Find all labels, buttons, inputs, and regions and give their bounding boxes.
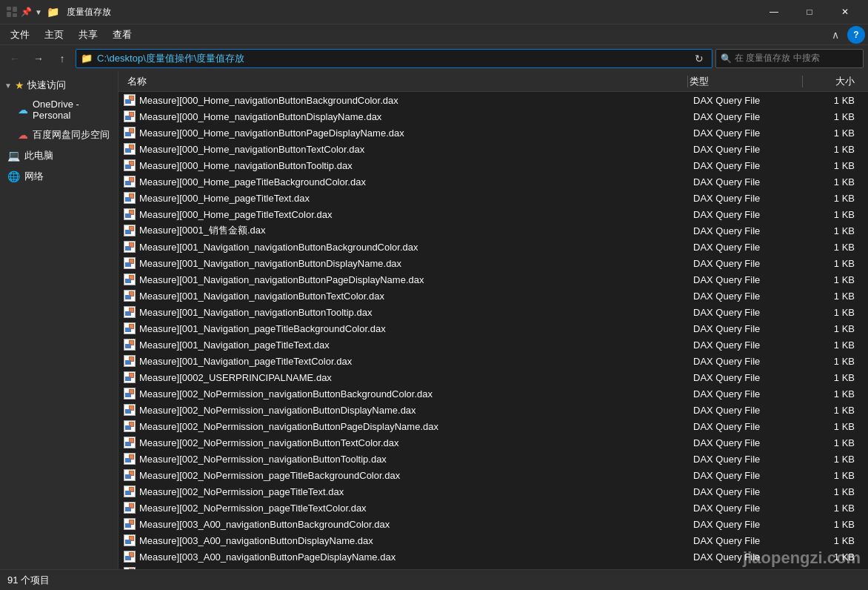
sidebar-item-label: 此电脑 [24,149,53,162]
dax-file-icon [123,208,136,220]
file-type: DAX Query File [693,176,804,188]
table-row[interactable]: Measure][002_NoPermission_navigationButt… [118,434,868,451]
table-row[interactable]: Measure][000_Home_navigationButtonToolti… [118,157,868,173]
column-divider-2 [802,76,803,87]
forward-button[interactable]: → [28,48,49,69]
dax-file-icon [123,534,136,546]
dax-file-icon [123,388,136,400]
table-row[interactable]: Measure][002_NoPermission_navigationButt… [118,402,868,418]
minimize-button[interactable]: — [757,0,791,24]
file-name: Measure][002_NoPermission_navigationButt… [139,421,693,432]
sidebar-item-thispc[interactable]: 💻 此电脑 [0,145,118,166]
table-row[interactable]: Measure][001_Navigation_pageTitleText.da… [118,337,868,353]
file-type: DAX Query File [693,258,804,269]
table-row[interactable]: Measure][001_Navigation_navigationButton… [118,288,868,304]
window-controls: — □ ✕ [757,0,862,24]
file-name: Measure][002_NoPermission_navigationButt… [139,437,693,448]
file-size: 1 KB [804,225,864,236]
file-size: 1 KB [804,274,864,285]
file-size: 1 KB [804,388,864,400]
table-row[interactable]: Measure][002_NoPermission_pageTitleTextC… [118,500,868,516]
table-row[interactable]: Measure][0001_销售金额.daxDAX Query File1 KB [118,222,868,239]
table-row[interactable]: Measure][002_NoPermission_pageTitleText.… [118,483,868,500]
sidebar-item-baidu[interactable]: ☁ 百度网盘同步空间 [0,125,118,145]
file-size: 1 KB [804,160,864,171]
dax-file-icon [123,159,136,171]
file-type: DAX Query File [693,486,804,497]
column-name[interactable]: 名称 [123,75,686,88]
table-row[interactable]: Measure][003_A00_navigationButtonTextCol… [118,565,868,569]
table-row[interactable]: Measure][003_A00_navigationButtonDisplay… [118,532,868,548]
dax-file-icon [123,241,136,253]
dax-file-icon [123,420,136,432]
table-row[interactable]: Measure][001_Navigation_navigationButton… [118,255,868,271]
file-size: 1 KB [804,372,864,383]
table-row[interactable]: Measure][000_Home_pageTitleBackgroundCol… [118,173,868,190]
file-size: 1 KB [804,454,864,465]
file-name: Measure][001_Navigation_navigationButton… [139,291,693,302]
dax-file-icon [123,437,136,448]
search-bar[interactable]: 🔍 在 度量值存放 中搜索 [715,49,864,68]
menu-home[interactable]: 主页 [37,25,71,44]
address-path: C:\desktop\度量值操作\度量值存放 [97,52,687,65]
file-name: Measure][001_Navigation_navigationButton… [139,274,693,285]
table-row[interactable]: Measure][0002_USERPRINCIPALNAME.daxDAX Q… [118,369,868,385]
dax-file-icon [123,192,136,204]
table-row[interactable]: Measure][001_Navigation_pageTitleTextCol… [118,353,868,369]
maximize-button[interactable]: □ [792,0,827,24]
file-list-area: 名称 类型 大小 Measure][000_Home_navigationBut… [118,71,868,569]
dax-file-icon [123,502,136,514]
cloud-icon: ☁ [18,104,28,116]
table-row[interactable]: Measure][000_Home_navigationButtonPageDi… [118,125,868,141]
sidebar-item-onedrive[interactable]: ☁ OneDrive - Personal [0,95,118,125]
address-bar[interactable]: 📁 C:\desktop\度量值操作\度量值存放 ↻ [76,49,712,68]
file-type: DAX Query File [693,437,804,448]
title-folder-icon: 📁 [47,6,59,18]
table-row[interactable]: Measure][002_NoPermission_pageTitleBackg… [118,467,868,483]
refresh-button[interactable]: ↻ [691,50,707,67]
file-type: DAX Query File [693,535,804,546]
file-size: 1 KB [804,503,864,514]
file-type: DAX Query File [693,144,804,155]
dax-file-icon [123,339,136,351]
close-button[interactable]: ✕ [828,0,862,24]
window-title: 度量值存放 [67,6,111,19]
file-name: Measure][002_NoPermission_navigationButt… [139,454,693,465]
column-size[interactable]: 大小 [804,75,864,88]
table-row[interactable]: Measure][002_NoPermission_navigationButt… [118,451,868,467]
sidebar-item-network[interactable]: 🌐 网络 [0,166,118,187]
file-name: Measure][001_Navigation_pageTitleBackgro… [139,323,693,334]
file-name: Measure][001_Navigation_pageTitleText.da… [139,339,693,351]
table-row[interactable]: Measure][003_A00_navigationButtonPageDis… [118,548,868,565]
file-size: 1 KB [804,307,864,318]
dax-file-icon [123,404,136,416]
file-size: 1 KB [804,535,864,546]
table-row[interactable]: Measure][001_Navigation_navigationButton… [118,239,868,255]
quick-access-toolbar-dropdown[interactable]: ▼ [35,8,42,16]
column-type[interactable]: 类型 [690,75,801,88]
table-row[interactable]: Measure][002_NoPermission_navigationButt… [118,418,868,434]
file-size: 1 KB [804,323,864,334]
table-row[interactable]: Measure][000_Home_pageTitleTextColor.dax… [118,206,868,222]
sidebar-item-quick-access[interactable]: ▼ ★ 快速访问 [0,76,118,95]
quick-access-toolbar-pin[interactable]: 📌 [21,7,32,17]
table-row[interactable]: Measure][000_Home_navigationButtonBackgr… [118,92,868,108]
menu-file[interactable]: 文件 [3,25,37,44]
up-button[interactable]: ↑ [52,48,73,69]
table-row[interactable]: Measure][001_Navigation_navigationButton… [118,304,868,320]
table-row[interactable]: Measure][001_Navigation_navigationButton… [118,271,868,288]
table-row[interactable]: Measure][003_A00_navigationButtonBackgro… [118,516,868,532]
table-row[interactable]: Measure][002_NoPermission_navigationButt… [118,385,868,402]
column-divider-1 [687,76,688,87]
table-row[interactable]: Measure][000_Home_navigationButtonTextCo… [118,141,868,157]
file-list: Measure][000_Home_navigationButtonBackgr… [118,92,868,569]
table-row[interactable]: Measure][001_Navigation_pageTitleBackgro… [118,320,868,337]
back-button[interactable]: ← [4,48,25,69]
table-row[interactable]: Measure][000_Home_pageTitleText.daxDAX Q… [118,190,868,206]
menu-share[interactable]: 共享 [71,25,105,44]
table-row[interactable]: Measure][000_Home_navigationButtonDispla… [118,108,868,125]
help-button[interactable]: ? [847,26,865,44]
menu-view[interactable]: 查看 [105,25,139,44]
ribbon-expand-button[interactable]: ∧ [827,26,844,44]
file-size: 1 KB [804,421,864,432]
